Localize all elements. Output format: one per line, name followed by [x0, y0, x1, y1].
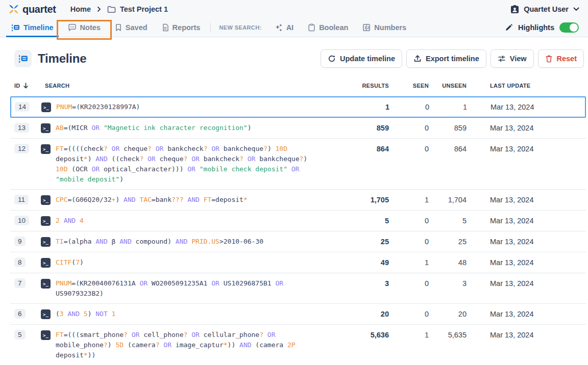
table-row[interactable]: 9 >_ TI=(alpha AND β AND compound) AND P… — [10, 231, 586, 252]
pencil-icon — [505, 23, 513, 32]
terminal-icon: >_ — [41, 237, 51, 247]
clipboard-icon — [308, 23, 315, 32]
row-seen: 1 — [389, 330, 429, 341]
table-row[interactable]: 13 >_ AB=(MICR OR "Magnetic ink characte… — [10, 118, 586, 139]
terminal-icon: >_ — [41, 123, 51, 133]
tab-boolean-label: Boolean — [319, 23, 348, 32]
toggle-knob — [570, 23, 578, 32]
update-timeline-button[interactable]: Update timeline — [321, 49, 402, 68]
sort-desc-arrow-icon — [22, 82, 29, 89]
column-header-seen[interactable]: SEEN — [389, 83, 429, 89]
tab-boolean[interactable]: Boolean — [301, 18, 355, 37]
row-id-badge: 11 — [14, 195, 29, 204]
row-id-badge: 5 — [14, 330, 26, 340]
table-row[interactable]: 8 >_ CITF(7) 49 1 48 Mar 13, 2024 — [10, 252, 586, 273]
column-header-id-label: ID — [14, 83, 20, 89]
new-search-label: NEW SEARCH: — [214, 18, 266, 37]
breadcrumb: Home Test Project 1 — [70, 5, 168, 13]
breadcrumb-chevron-icon — [96, 6, 102, 12]
top-bar: quartet Home Test Project 1 Quartet User — [0, 0, 588, 18]
row-unseen: 1,704 — [429, 195, 467, 205]
terminal-icon: >_ — [41, 309, 51, 319]
column-header-search[interactable]: SEARCH — [41, 83, 353, 89]
table-row[interactable]: 6 >_ (3 AND 5) NOT 1 20 0 20 Mar 13, 202… — [10, 304, 586, 325]
quartet-logo[interactable]: quartet — [8, 4, 56, 15]
row-id-badge: 8 — [14, 257, 26, 267]
user-chevron-down-icon — [573, 7, 580, 12]
terminal-icon: >_ — [41, 195, 51, 205]
tab-timeline-label: Timeline — [23, 23, 54, 32]
tab-ai[interactable]: AI — [267, 18, 301, 37]
terminal-icon: >_ — [41, 279, 51, 289]
page-title: Timeline — [38, 51, 86, 66]
row-results: 20 — [353, 309, 389, 320]
export-timeline-button[interactable]: Export timeline — [406, 49, 486, 68]
tab-notes-label: Notes — [80, 23, 101, 32]
tab-numbers-label: Numbers — [374, 23, 406, 32]
reset-button[interactable]: Reset — [538, 49, 584, 68]
terminal-icon: >_ — [41, 102, 51, 112]
sparkles-icon — [274, 23, 283, 32]
highlights-toggle[interactable] — [559, 22, 579, 33]
table-row[interactable]: 14 >_ PNUM=(KR20230128997A) 1 0 1 Mar 13… — [10, 96, 586, 118]
row-last-update: Mar 13, 2024 — [467, 195, 584, 205]
page-header: Timeline Update timeline Export timeline — [0, 37, 588, 77]
row-last-update: Mar 13, 2024 — [467, 102, 583, 113]
row-results: 5,636 — [353, 330, 389, 341]
row-seen: 0 — [389, 237, 429, 247]
terminal-icon: >_ — [41, 216, 51, 226]
table-row[interactable]: 11 >_ CPC=(G06Q20/32+) AND TAC=bank??? A… — [10, 190, 586, 211]
row-results: 3 — [353, 278, 389, 289]
tab-saved-label: Saved — [126, 23, 148, 32]
row-unseen: 5 — [429, 216, 467, 226]
view-button[interactable]: View — [491, 49, 534, 68]
row-id-badge: 9 — [14, 237, 26, 246]
logo-wordmark: quartet — [22, 4, 56, 15]
row-results: 5 — [353, 216, 389, 226]
tab-reports[interactable]: Reports — [155, 18, 208, 37]
row-last-update: Mar 13, 2024 — [467, 237, 584, 247]
row-unseen: 25 — [429, 237, 467, 247]
tab-numbers[interactable]: 1 2 Numbers — [355, 18, 413, 37]
table-row[interactable]: 10 >_ 2 AND 4 5 0 5 Mar 13, 2024 — [10, 211, 586, 231]
breadcrumb-home[interactable]: Home — [70, 5, 91, 13]
row-results: 1,705 — [353, 195, 389, 205]
row-seen: 0 — [389, 216, 429, 226]
tab-saved[interactable]: Saved — [108, 18, 155, 37]
column-header-id[interactable]: ID — [14, 82, 41, 89]
update-timeline-label: Update timeline — [340, 55, 395, 63]
row-results: 1 — [354, 102, 389, 113]
table-row[interactable]: 12 >_ FT=((((check? OR cheque? OR bankch… — [10, 139, 586, 190]
nav-divider — [210, 23, 211, 32]
row-unseen: 20 — [429, 309, 467, 320]
table-header-row: ID SEARCH RESULTS SEEN UNSEEN LAST UPDAT… — [10, 77, 586, 96]
table-row[interactable]: 5 >_ FT=(((smart_phone? OR cell_phone? O… — [10, 325, 586, 365]
row-id-badge: 10 — [14, 216, 29, 225]
tab-timeline[interactable]: Timeline — [4, 18, 61, 37]
breadcrumb-project[interactable]: Test Project 1 — [107, 5, 168, 13]
terminal-icon: >_ — [41, 258, 51, 268]
highlights-control: Highlights — [505, 18, 584, 37]
user-menu[interactable]: Quartet User — [510, 5, 580, 14]
row-query: (3 AND 5) NOT 1 — [56, 309, 115, 319]
row-seen: 0 — [389, 278, 429, 289]
numbers-icon: 1 2 — [362, 23, 371, 32]
nav-bar: Timeline Notes Saved Reports NEW SEARCH: — [0, 18, 588, 37]
column-header-results[interactable]: RESULTS — [353, 83, 389, 89]
row-id-badge: 12 — [14, 144, 29, 153]
row-seen: 0 — [389, 144, 429, 154]
row-unseen: 5,635 — [429, 330, 467, 341]
refresh-icon — [328, 55, 336, 63]
timeline-table: ID SEARCH RESULTS SEEN UNSEEN LAST UPDAT… — [0, 77, 588, 365]
row-seen: 0 — [389, 309, 429, 320]
column-header-unseen[interactable]: UNSEEN — [429, 83, 467, 89]
tab-notes[interactable]: Notes — [61, 18, 108, 37]
row-last-update: Mar 13, 2024 — [467, 330, 584, 341]
column-header-last-update[interactable]: LAST UPDATE — [467, 83, 584, 89]
row-last-update: Mar 13, 2024 — [467, 216, 584, 226]
row-id-badge: 13 — [14, 123, 29, 133]
tab-reports-label: Reports — [173, 23, 201, 32]
row-unseen: 3 — [429, 278, 467, 289]
table-row[interactable]: 7 >_ PNUM=(KR20040076131A OR WO200509123… — [10, 273, 586, 304]
row-id-badge: 7 — [14, 278, 26, 288]
